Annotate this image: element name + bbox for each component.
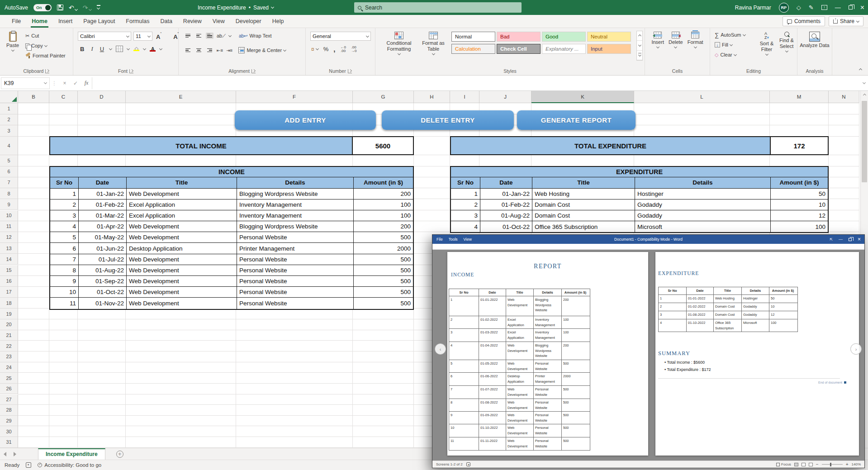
- column-header-N[interactable]: N: [829, 91, 859, 103]
- minimize-icon[interactable]: —: [839, 237, 843, 242]
- dialog-launcher-icon[interactable]: [251, 69, 256, 73]
- table-cell[interactable]: 500: [354, 254, 413, 265]
- table-cell[interactable]: Web Development: [127, 254, 237, 265]
- table-cell[interactable]: 11: [50, 298, 79, 309]
- word-menu-file[interactable]: File: [436, 237, 443, 242]
- table-cell[interactable]: Personal Website: [237, 232, 354, 242]
- dialog-launcher-icon[interactable]: [129, 69, 133, 73]
- avatar[interactable]: RP: [779, 3, 789, 13]
- table-cell[interactable]: 1: [451, 189, 480, 199]
- table-cell[interactable]: 01-Jan-22: [79, 189, 127, 199]
- table-cell[interactable]: Hostinger: [635, 189, 771, 199]
- wrap-text-button[interactable]: ab↩Wrap Text: [239, 31, 272, 41]
- row-header-8[interactable]: 8: [0, 188, 18, 199]
- pin-icon[interactable]: ⇱: [830, 237, 833, 242]
- row-header-9[interactable]: 9: [0, 199, 18, 210]
- table-cell[interactable]: Godaddy: [635, 199, 771, 210]
- chevron-down-icon[interactable]: [143, 47, 146, 50]
- align-center-icon[interactable]: [195, 47, 203, 54]
- table-cell[interactable]: 200: [354, 189, 413, 199]
- expand-formula-bar-icon[interactable]: [863, 81, 866, 84]
- row-header-14[interactable]: 14: [0, 254, 18, 265]
- cell-style-input[interactable]: Input: [587, 44, 631, 54]
- row-header-10[interactable]: 10: [0, 210, 18, 221]
- decrease-indent-icon[interactable]: ⇤≡: [217, 48, 223, 53]
- row-header-13[interactable]: 13: [0, 243, 18, 254]
- ribbon-display-options-icon[interactable]: ↑: [821, 5, 827, 10]
- bold-button[interactable]: B: [79, 46, 85, 52]
- enter-formula-icon[interactable]: ✓: [70, 80, 81, 86]
- row-header-22[interactable]: 22: [0, 341, 18, 351]
- delete-cells-button[interactable]: × Delete: [669, 30, 683, 66]
- table-cell[interactable]: Godaddy: [635, 210, 771, 221]
- table-cell[interactable]: 100: [771, 221, 828, 232]
- ribbon-tab-insert[interactable]: Insert: [53, 15, 78, 27]
- row-header-4[interactable]: 4: [0, 137, 18, 155]
- restore-icon[interactable]: [849, 238, 852, 241]
- cell-style-bad[interactable]: Bad: [497, 32, 541, 42]
- delete-entry-button[interactable]: DELETE ENTRY: [382, 110, 514, 130]
- table-cell[interactable]: 01-Sep-22: [79, 276, 127, 286]
- fill-button[interactable]: ↓Fill: [715, 40, 745, 50]
- gallery-down-icon[interactable]: [637, 41, 642, 50]
- row-header-28[interactable]: 28: [0, 405, 18, 416]
- macro-record-icon[interactable]: [26, 462, 31, 468]
- web-layout-icon[interactable]: [809, 463, 813, 466]
- select-all-corner[interactable]: [0, 91, 18, 103]
- table-cell[interactable]: 4: [50, 221, 79, 232]
- ribbon-tab-home[interactable]: Home: [26, 15, 53, 27]
- table-header-cell[interactable]: Amount (in $): [771, 177, 828, 188]
- table-cell[interactable]: 01-Jul-22: [79, 254, 127, 265]
- formula-input[interactable]: [92, 77, 857, 89]
- table-cell[interactable]: 500: [354, 232, 413, 242]
- table-cell[interactable]: 50: [771, 189, 828, 199]
- table-cell[interactable]: Inventory Management: [237, 199, 354, 210]
- underline-button[interactable]: U: [99, 46, 105, 52]
- table-cell[interactable]: 100: [354, 210, 413, 221]
- table-cell[interactable]: Personal Website: [237, 254, 354, 265]
- ribbon-tab-help[interactable]: Help: [267, 15, 289, 27]
- chevron-down-icon[interactable]: [228, 33, 232, 37]
- increase-decimal-icon[interactable]: ←0.00: [340, 46, 346, 53]
- scroll-up-icon[interactable]: [861, 91, 868, 99]
- font-color-button[interactable]: A: [150, 47, 156, 52]
- table-cell[interactable]: Web Development: [127, 232, 237, 242]
- table-cell[interactable]: 2000: [354, 243, 413, 253]
- word-menu-tools[interactable]: Tools: [449, 237, 458, 242]
- focus-mode-button[interactable]: Focus: [776, 462, 791, 466]
- row-header-15[interactable]: 15: [0, 265, 18, 276]
- user-name[interactable]: Ravina Parmar: [735, 5, 771, 11]
- table-cell[interactable]: Personal Website: [237, 287, 354, 297]
- table-header-cell[interactable]: Amount (in $): [354, 177, 413, 188]
- row-header-2[interactable]: 2: [0, 114, 18, 126]
- table-cell[interactable]: 7: [50, 254, 79, 265]
- comma-style-icon[interactable]: ,: [333, 45, 335, 53]
- screens-indicator[interactable]: Screens 1-2 of 2: [436, 462, 463, 466]
- table-header-cell[interactable]: Title: [532, 177, 635, 188]
- cancel-formula-icon[interactable]: ×: [59, 80, 70, 86]
- accessibility-status[interactable]: Accessibility: Good to go: [38, 462, 101, 468]
- restore-icon[interactable]: [849, 5, 853, 9]
- row-header-12[interactable]: 12: [0, 232, 18, 243]
- row-header-21[interactable]: 21: [0, 330, 18, 341]
- comments-button[interactable]: Comments: [783, 16, 825, 26]
- table-cell[interactable]: 200: [354, 221, 413, 232]
- sort-filter-button[interactable]: AZ▾ Sort & Filter: [757, 30, 776, 56]
- column-header-M[interactable]: M: [770, 91, 829, 103]
- table-cell[interactable]: 01-Mar-22: [79, 210, 127, 221]
- percent-style-icon[interactable]: %: [323, 46, 329, 52]
- row-header-24[interactable]: 24: [0, 362, 18, 373]
- align-bottom-icon[interactable]: [206, 33, 213, 39]
- table-cell[interactable]: Excel Application: [127, 210, 237, 221]
- insert-function-icon[interactable]: fx: [81, 80, 92, 86]
- table-cell[interactable]: Excel Application: [127, 199, 237, 210]
- chevron-down-icon[interactable]: [127, 47, 130, 50]
- table-cell[interactable]: 01-May-22: [79, 232, 127, 242]
- cut-button[interactable]: ✂Cut: [25, 31, 66, 41]
- increase-font-size-button[interactable]: Aˆ: [156, 33, 161, 40]
- ribbon-tab-file[interactable]: File: [6, 15, 26, 27]
- row-header-25[interactable]: 25: [0, 373, 18, 384]
- decrease-decimal-icon[interactable]: .00→0: [351, 46, 356, 53]
- ribbon-tab-formulas[interactable]: Formulas: [120, 15, 155, 27]
- ribbon-tab-data[interactable]: Data: [155, 15, 177, 27]
